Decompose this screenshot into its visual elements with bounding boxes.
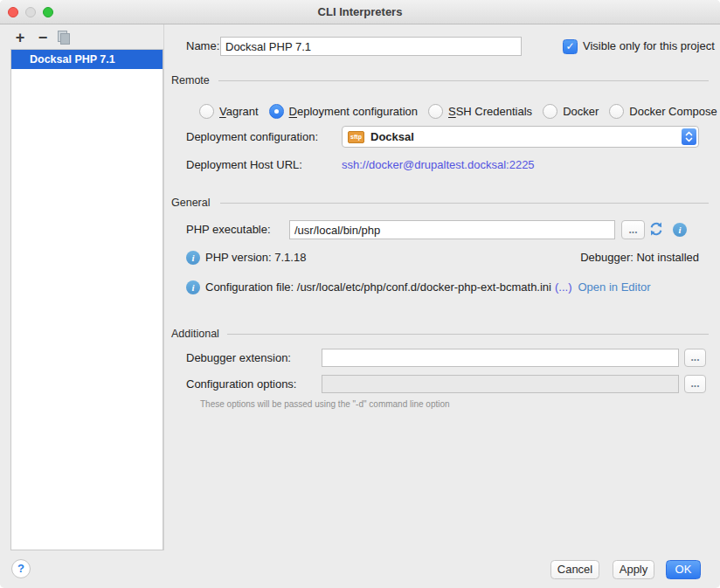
- host-url-label: Deployment Host URL:: [186, 156, 302, 174]
- radio-ssh-credentials[interactable]: SSH Credentials: [428, 104, 532, 119]
- radio-label: Deployment configuration: [289, 105, 418, 118]
- radio-label: Docker: [563, 105, 599, 118]
- cli-interpreters-dialog: CLI Interpreters + − Docksal PHP 7.1 Nam…: [0, 0, 720, 588]
- configuration-options-browse-button[interactable]: ...: [684, 375, 706, 393]
- php-executable-browse-button[interactable]: ...: [621, 220, 645, 239]
- radio-icon: [609, 104, 624, 119]
- config-file-text: Configuration file: /usr/local/etc/php/c…: [205, 280, 551, 295]
- php-version-text: PHP version: 7.1.18: [205, 250, 306, 266]
- section-additional-line: [227, 334, 709, 335]
- radio-deployment-configuration[interactable]: Deployment configuration: [269, 104, 418, 119]
- host-url-value: ssh://docker@drupaltest.docksal:2225: [342, 156, 535, 174]
- radio-vagrant[interactable]: Vagrant: [199, 104, 259, 119]
- window-title: CLI Interpreters: [0, 0, 720, 24]
- debugger-extension-browse-button[interactable]: ...: [684, 349, 706, 367]
- info-icon: i: [186, 251, 200, 265]
- radio-icon: [269, 104, 284, 119]
- php-executable-input[interactable]: [289, 220, 615, 239]
- php-executable-label: PHP executable:: [186, 221, 271, 239]
- cancel-button[interactable]: Cancel: [550, 560, 599, 579]
- configuration-options-label: Configuration options:: [186, 376, 296, 393]
- debugger-status-text: Debugger: Not installed: [580, 250, 699, 266]
- radio-label: Vagrant: [219, 105, 259, 118]
- debugger-extension-label: Debugger extension:: [186, 349, 291, 367]
- radio-icon: [543, 104, 557, 119]
- deployment-config-select[interactable]: sftp Docksal: [342, 126, 699, 148]
- section-remote: Remote: [171, 73, 210, 87]
- list-item-docksal-php[interactable]: Docksal PHP 7.1: [11, 50, 163, 69]
- radio-icon: [199, 104, 214, 119]
- section-additional: Additional: [171, 327, 219, 341]
- name-input[interactable]: [220, 37, 522, 56]
- add-interpreter-icon[interactable]: +: [12, 30, 28, 45]
- visible-only-label: Visible only for this project: [583, 38, 715, 55]
- section-general: General: [171, 196, 210, 210]
- options-hint-text: These options will be passed using the "…: [200, 399, 450, 409]
- interpreter-list[interactable]: Docksal PHP 7.1: [10, 49, 163, 550]
- radio-docker-compose[interactable]: Docker Compose: [609, 104, 717, 119]
- configuration-options-input[interactable]: [322, 375, 679, 393]
- open-in-editor-link[interactable]: Open in Editor: [578, 280, 650, 295]
- radio-docker[interactable]: Docker: [543, 104, 599, 119]
- ok-button[interactable]: OK: [666, 560, 701, 579]
- remote-type-radio-group: Vagrant Deployment configuration SSH Cre…: [199, 101, 720, 121]
- radio-label: Docker Compose: [629, 105, 717, 118]
- sftp-server-icon: sftp: [348, 131, 364, 143]
- section-remote-line: [218, 80, 709, 81]
- help-button[interactable]: ?: [11, 559, 31, 578]
- info-icon: i: [186, 280, 200, 294]
- name-label: Name:: [186, 38, 219, 55]
- deployment-config-value: Docksal: [370, 130, 414, 143]
- config-file-ellipsis-link[interactable]: (...): [555, 280, 572, 295]
- config-file-row: Configuration file: /usr/local/etc/php/c…: [205, 280, 651, 295]
- visible-only-checkbox[interactable]: [563, 39, 578, 54]
- reload-phpinfo-icon[interactable]: [648, 221, 664, 237]
- titlebar: CLI Interpreters: [0, 0, 720, 24]
- deployment-config-label: Deployment configuration:: [186, 128, 318, 146]
- radio-label: SSH Credentials: [448, 105, 532, 118]
- section-general-line: [220, 203, 709, 204]
- debugger-extension-input[interactable]: [322, 349, 679, 367]
- info-icon: i: [673, 223, 687, 237]
- copy-interpreter-icon[interactable]: [58, 31, 70, 44]
- radio-icon: [428, 104, 443, 119]
- chevron-up-down-icon: [682, 128, 696, 145]
- remove-interpreter-icon[interactable]: −: [35, 30, 51, 45]
- apply-button[interactable]: Apply: [613, 560, 654, 579]
- sidebar-divider: [163, 24, 164, 550]
